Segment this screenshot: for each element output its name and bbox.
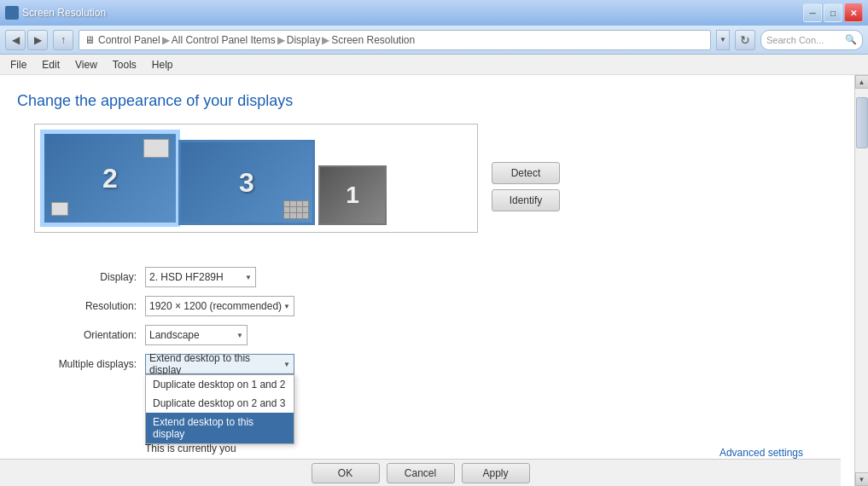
orientation-dropdown-icon: ▼ [236,332,243,339]
mini-grid [283,200,309,219]
search-icon[interactable]: 🔍 [845,34,857,45]
back-button[interactable]: ◀ [5,30,26,50]
display-label: Display: [26,271,145,283]
status-text: This is currently you [145,443,236,454]
title-bar: Screen Resolution ─ □ ✕ [0,0,868,26]
cancel-button[interactable]: Cancel [387,463,455,483]
orientation-row: Orientation: Landscape ▼ [26,325,854,345]
path-part-4: Screen Resolution [331,34,415,46]
main-content: Change the appearance of your displays 2… [0,75,868,486]
apply-button[interactable]: Apply [462,463,530,483]
address-path[interactable]: 🖥 Control Panel ▶ All Control Panel Item… [79,30,711,50]
resolution-row: Resolution: 1920 × 1200 (recommended) ▼ [26,296,854,316]
display-dropdown-icon: ▼ [245,274,252,281]
multiple-displays-dropdown-icon: ▼ [283,361,290,368]
detect-identify-buttons: Detect Identify [492,162,560,211]
up-button[interactable]: ↑ [53,30,73,50]
display-1-number: 1 [346,182,359,209]
resolution-label: Resolution: [26,300,145,312]
dropdown-option-3[interactable]: Extend desktop to this display [146,413,294,443]
forward-button[interactable]: ▶ [27,30,48,50]
display-select[interactable]: 2. HSD HF289H ▼ [145,267,256,287]
window-title: Screen Resolution [22,7,106,19]
display-1-thumb[interactable]: 1 [318,165,387,225]
multiple-displays-select[interactable]: Extend desktop to this display ▼ [145,354,294,374]
resolution-select-value: 1920 × 1200 (recommended) [149,300,282,312]
multiple-displays-label: Multiple displays: [26,358,145,370]
window-icon [5,6,19,20]
mini-screen-2-top [143,139,169,158]
scroll-track [855,89,868,472]
dropdown-option-1[interactable]: Duplicate desktop on 1 and 2 [146,375,294,394]
scroll-thumb[interactable] [856,97,868,148]
scroll-down-button[interactable]: ▼ [855,472,869,486]
identify-button[interactable]: Identify [492,189,560,211]
minimize-button[interactable]: ─ [803,3,822,22]
close-button[interactable]: ✕ [844,3,863,22]
menu-view[interactable]: View [68,57,104,72]
mini-screen-2-bottom [51,202,68,216]
title-bar-left: Screen Resolution [5,6,106,20]
display-2-number: 2 [102,163,118,194]
title-bar-controls: ─ □ ✕ [803,3,863,22]
display-3-number: 3 [239,167,254,199]
content-area: Change the appearance of your displays 2… [0,75,854,486]
multiple-displays-value: Extend desktop to this display [149,352,283,376]
form-section: Display: 2. HSD HF289H ▼ Resolution: 192… [17,267,854,463]
advanced-settings-link[interactable]: Advanced settings [719,447,803,459]
orientation-select-value: Landscape [149,329,200,341]
display-thumbnails: 2 3 1 [34,124,478,233]
nav-buttons: ◀ ▶ [5,30,48,50]
page-title: Change the appearance of your displays [17,92,854,110]
ok-button[interactable]: OK [312,463,380,483]
scrollbar: ▲ ▼ [854,75,868,486]
menu-bar: File Edit View Tools Help [0,55,868,75]
path-part-3: Display [287,34,320,46]
resolution-select[interactable]: 1920 × 1200 (recommended) ▼ [145,296,294,316]
display-3-thumb[interactable]: 3 [178,140,315,225]
display-2-thumb[interactable]: 2 [42,131,178,225]
menu-file[interactable]: File [3,57,33,72]
display-select-value: 2. HSD HF289H [149,271,224,283]
multiple-displays-dropdown-menu: Duplicate desktop on 1 and 2 Duplicate d… [145,374,294,444]
menu-edit[interactable]: Edit [35,57,67,72]
bottom-bar: OK Cancel Apply [0,459,841,486]
path-part-1: Control Panel [98,34,160,46]
maximize-button[interactable]: □ [824,3,842,22]
refresh-button[interactable]: ↻ [735,30,755,50]
multiple-displays-dropdown-container: Extend desktop to this display ▼ Duplica… [145,354,294,374]
menu-tools[interactable]: Tools [106,57,143,72]
multiple-displays-row: Multiple displays: Extend desktop to thi… [26,354,854,374]
address-icon: 🖥 [84,34,95,46]
menu-help[interactable]: Help [145,57,180,72]
address-dropdown-button[interactable]: ▼ [716,30,730,50]
resolution-dropdown-icon: ▼ [283,303,290,310]
detect-button[interactable]: Detect [492,162,560,184]
search-box[interactable]: Search Con... 🔍 [760,30,863,50]
orientation-label: Orientation: [26,329,145,341]
address-bar: ◀ ▶ ↑ 🖥 Control Panel ▶ All Control Pane… [0,26,868,55]
dropdown-option-2[interactable]: Duplicate desktop on 2 and 3 [146,394,294,413]
scroll-up-button[interactable]: ▲ [855,75,869,89]
path-part-2: All Control Panel Items [172,34,276,46]
orientation-select[interactable]: Landscape ▼ [145,325,248,345]
search-placeholder: Search Con... [766,35,842,45]
display-row: Display: 2. HSD HF289H ▼ [26,267,854,287]
